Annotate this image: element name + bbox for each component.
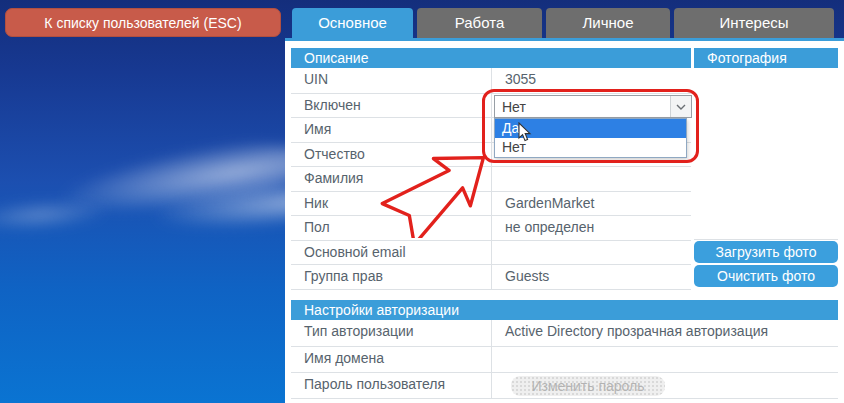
table-row: НикGardenMarket — [291, 191, 691, 216]
table-row: Группа правGuests — [291, 264, 691, 289]
enabled-select-value: Нет — [495, 99, 670, 115]
field-label: Основной email — [291, 241, 492, 265]
table-row: Полне определен — [291, 215, 691, 240]
auth-settings-table: Настройки авторизации Тип авторизацииAct… — [291, 300, 838, 399]
auth-rows: Тип авторизацииActive Directory прозрачн… — [291, 320, 838, 399]
enabled-select[interactable]: Нет — [494, 95, 692, 118]
tab-personal[interactable]: Личное — [546, 8, 670, 38]
field-value — [492, 167, 691, 191]
field-label: Тип авторизации — [291, 320, 492, 346]
dropdown-option-yes[interactable]: Да — [495, 119, 686, 138]
field-label: UIN — [291, 68, 492, 93]
photo-placeholder — [694, 68, 838, 240]
field-value: 3055 — [492, 68, 691, 93]
field-value: GardenMarket — [492, 192, 691, 216]
field-label: Имя — [291, 118, 492, 142]
field-label: Пол — [291, 216, 492, 240]
field-label: Включен — [291, 94, 492, 118]
field-label: Ник — [291, 192, 492, 216]
table-row: Имя домена — [291, 346, 838, 372]
field-value: Guests — [492, 265, 691, 289]
dropdown-option-no[interactable]: Нет — [495, 138, 686, 157]
description-table: Описание Фотография UIN3055ВключенИмяОтч… — [291, 48, 838, 290]
field-label: Пароль пользователя — [291, 373, 492, 398]
screen: К списку пользователей (ESC) Основное Ра… — [0, 0, 844, 403]
field-value: не определен — [492, 216, 691, 240]
table-row: Основной email — [291, 240, 691, 265]
table-row: Пароль пользователяИзменить пароль — [291, 372, 838, 398]
cloud-wisp — [0, 195, 111, 235]
photo-column: Загрузить фото Очистить фото — [694, 68, 838, 290]
tab-work[interactable]: Работа — [417, 8, 542, 38]
table-row: Фамилия — [291, 166, 691, 191]
field-label: Имя домена — [291, 347, 492, 372]
back-to-users-button[interactable]: К списку пользователей (ESC) — [5, 8, 281, 37]
field-label: Отчество — [291, 143, 492, 167]
content-panel: Описание Фотография UIN3055ВключенИмяОтч… — [285, 38, 844, 403]
clear-photo-button[interactable]: Очистить фото — [694, 265, 838, 287]
table-row: Тип авторизацииActive Directory прозрачн… — [291, 320, 838, 346]
upload-photo-button[interactable]: Загрузить фото — [694, 241, 838, 263]
enabled-dropdown-list: Да Нет — [494, 118, 687, 158]
field-value — [492, 347, 838, 372]
auth-section-header: Настройки авторизации — [291, 300, 838, 320]
chevron-down-icon[interactable] — [670, 96, 691, 117]
photo-section-header: Фотография — [694, 48, 838, 68]
change-password-button[interactable]: Изменить пароль — [511, 376, 665, 396]
tab-main[interactable]: Основное — [292, 8, 413, 38]
field-label: Фамилия — [291, 167, 492, 191]
field-label: Группа прав — [291, 265, 492, 289]
field-value: Изменить пароль — [492, 373, 838, 398]
table-row: UIN3055 — [291, 68, 691, 93]
field-value — [492, 241, 691, 265]
description-section-header: Описание — [291, 48, 691, 68]
field-value: Active Directory прозрачная авторизация — [492, 320, 838, 346]
tab-interests[interactable]: Интересы — [674, 8, 834, 38]
